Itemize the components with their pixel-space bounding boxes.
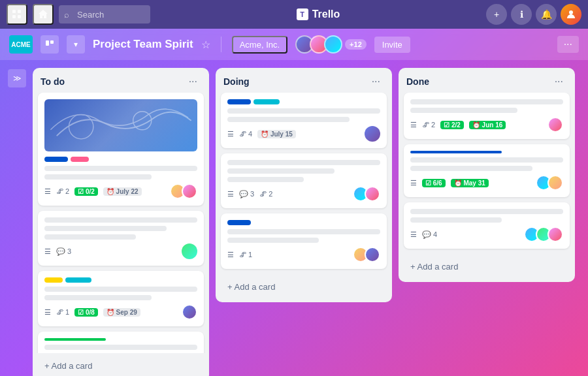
column-title-done: Done: [406, 76, 429, 87]
board-menu-button[interactable]: ···: [557, 36, 579, 53]
attach-count: 4: [248, 130, 252, 138]
card-attach: 🖇 1: [56, 308, 69, 316]
bell-button[interactable]: 🔔: [536, 4, 557, 25]
card-meta: ☰ 🖇 2 ☑ 0/2 ⏰ July 22: [44, 183, 197, 199]
comment-icon: 💬: [239, 190, 248, 198]
board-menu-dots: ···: [564, 39, 572, 50]
card-text-line: [44, 217, 197, 223]
card-doing-2[interactable]: ☰ 💬 3 🖇 2: [221, 153, 387, 208]
card-desc-icon: ☰: [44, 247, 51, 256]
card-doing-1[interactable]: ☰ 🖇 4 ⏰ July 15: [221, 93, 387, 148]
card-desc-icon: ☰: [227, 130, 234, 138]
card-checklist: ☑ 0/2: [74, 187, 98, 196]
column-header-done: Done ···: [399, 68, 575, 93]
add-card-done[interactable]: + Add a card: [404, 257, 570, 277]
card-todo-4[interactable]: [38, 332, 204, 353]
card-meta: ☰ 💬 4: [410, 227, 563, 242]
card-todo-3[interactable]: ☰ 🖇 1 ☑ 0/8 ⏰ Sep 29: [38, 271, 204, 326]
card-text-line: [227, 229, 380, 234]
label-teal: [65, 277, 91, 283]
svg-rect-1: [18, 10, 21, 13]
card-comments: 💬 3: [56, 247, 71, 256]
card-avatars: [547, 117, 563, 133]
card-meta: ☰ 🖇 4 ⏰ July 15: [227, 126, 380, 142]
header-divider: [221, 37, 221, 52]
comment-count: 3: [67, 247, 71, 255]
card-text-line: [44, 295, 152, 300]
card-todo-2[interactable]: ☰ 💬 3: [38, 211, 204, 266]
column-menu-doing[interactable]: ···: [368, 74, 384, 89]
add-card-label: + Add a card: [410, 262, 458, 272]
add-card-label: + Add a card: [44, 361, 92, 371]
column-menu-todo[interactable]: ···: [185, 74, 201, 89]
card-avatar-2: [182, 183, 197, 199]
card-avatars: [353, 186, 380, 202]
card-meta: ☰ 🖇 2 ☑ 2/2 ⏰ Jun 16: [410, 117, 563, 133]
invite-button[interactable]: Invite: [374, 37, 410, 53]
card-desc-icon: ☰: [410, 179, 417, 187]
team-name: Acme, Inc.: [240, 40, 280, 50]
attachment-icon: 🖇: [56, 187, 63, 195]
attachment-icon: 🖇: [422, 121, 429, 129]
card-todo-1[interactable]: ☰ 🖇 2 ☑ 0/2 ⏰ July 22: [38, 93, 204, 206]
acme-logo: ACME: [9, 35, 33, 54]
card-text-line: [227, 108, 380, 114]
card-avatar-1: [547, 117, 563, 133]
add-card-doing[interactable]: + Add a card: [221, 277, 387, 297]
comment-count: 3: [250, 190, 254, 198]
card-done-2[interactable]: ☰ ☑ 6/6 ⏰ May 31: [404, 144, 570, 197]
svg-rect-5: [46, 40, 49, 46]
card-comments: 💬 3: [239, 190, 254, 198]
add-card-todo[interactable]: + Add a card: [38, 356, 204, 376]
card-labels: [227, 220, 380, 225]
column-done: Done ··· ☰ 🖇 2 ☑ 2/2 ⏰ Jun 16: [399, 68, 575, 282]
info-button[interactable]: ℹ: [511, 4, 532, 25]
add-button[interactable]: +: [486, 4, 507, 25]
card-highlight: [410, 151, 502, 153]
comment-icon: 💬: [422, 230, 431, 239]
card-done-1[interactable]: ☰ 🖇 2 ☑ 2/2 ⏰ Jun 16: [404, 93, 570, 139]
column-header-doing: Doing ···: [216, 68, 392, 93]
label-blue: [44, 157, 68, 162]
card-text-line: [44, 345, 197, 350]
card-image: [44, 99, 197, 151]
card-text-line: [410, 99, 563, 104]
column-todo: To do ···: [33, 68, 209, 376]
card-meta: ☰ 💬 3 🖇 2: [227, 186, 380, 202]
search-input[interactable]: [59, 5, 150, 24]
card-avatar-2: [365, 186, 380, 202]
card-text-line: [410, 108, 517, 113]
board-content: ≫ To do ···: [0, 60, 588, 376]
team-badge[interactable]: Acme, Inc.: [232, 36, 287, 54]
card-done-3[interactable]: ☰ 💬 4: [404, 202, 570, 249]
column-body-todo: ☰ 🖇 2 ☑ 0/2 ⏰ July 22: [33, 93, 209, 353]
svg-rect-2: [12, 15, 16, 18]
card-doing-3[interactable]: ☰ 🖇 1: [221, 213, 387, 269]
board-icon-button[interactable]: [41, 35, 59, 54]
home-icon[interactable]: [33, 4, 54, 25]
card-date: ⏰ July 22: [103, 187, 142, 196]
grid-icon[interactable]: [7, 4, 27, 25]
sidebar-toggle[interactable]: ≫: [8, 69, 26, 87]
user-avatar[interactable]: [561, 4, 581, 25]
card-attach: 🖇 4: [239, 130, 252, 138]
attach-count: 1: [65, 308, 69, 316]
svg-point-8: [133, 112, 152, 130]
attachment-icon: 🖇: [239, 130, 246, 138]
invite-label: Invite: [382, 40, 402, 50]
member-avatar-3[interactable]: [324, 35, 342, 54]
card-desc-icon: ☰: [227, 251, 234, 259]
attach-count: 2: [269, 190, 272, 198]
card-text-line: [410, 157, 563, 163]
column-menu-done[interactable]: ···: [551, 74, 567, 89]
member-count-badge[interactable]: +12: [345, 39, 367, 50]
card-attach: 🖇 1: [239, 251, 252, 258]
board-chevron-button[interactable]: ▾: [67, 35, 85, 54]
card-text-line: [227, 238, 319, 243]
attach-count: 2: [431, 121, 435, 129]
star-icon[interactable]: ☆: [201, 39, 210, 51]
board-title: Project Team Spirit: [93, 38, 193, 51]
card-text-line: [410, 166, 532, 171]
card-date: ⏰ Sep 29: [103, 308, 140, 317]
card-avatar-2: [365, 247, 380, 262]
